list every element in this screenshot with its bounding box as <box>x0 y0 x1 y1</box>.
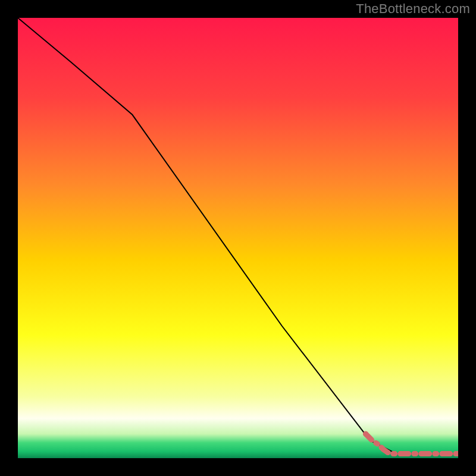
plot-svg <box>18 18 458 458</box>
dotted-tail-dot <box>385 450 390 455</box>
dotted-tail-dot <box>442 451 447 456</box>
dotted-tail-dot <box>398 451 403 456</box>
dotted-tail-dot <box>363 431 368 437</box>
plot-container <box>18 18 458 458</box>
plot-background <box>18 18 458 458</box>
chart-frame: TheBottleneck.com <box>0 0 476 476</box>
watermark-text: TheBottleneck.com <box>356 1 470 17</box>
dotted-tail-dot <box>420 451 425 456</box>
